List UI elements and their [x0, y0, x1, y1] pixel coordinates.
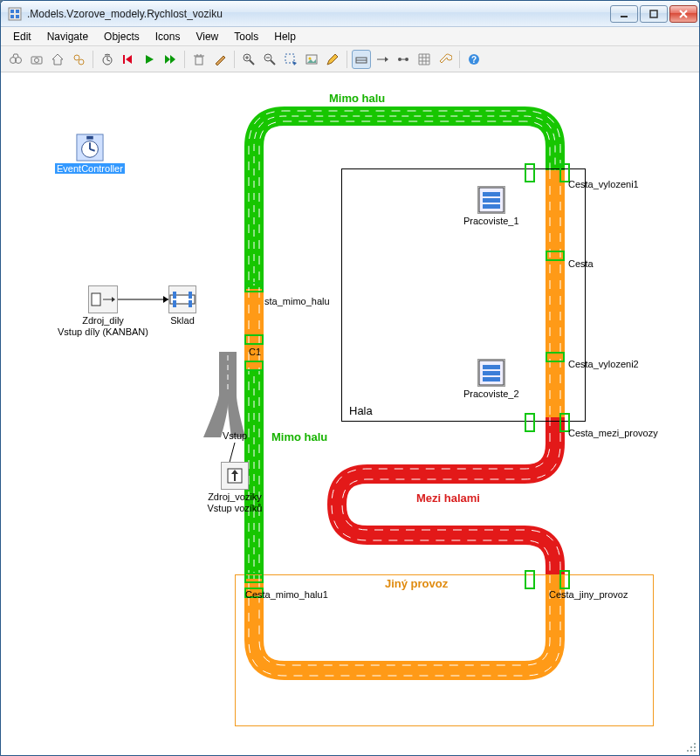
resize-grip-icon[interactable] [685, 741, 697, 753]
annot-mimo-halu-mid: Mimo halu [271, 430, 327, 443]
svg-rect-72 [189, 300, 192, 307]
svg-rect-84 [694, 743, 696, 745]
event-controller-object[interactable]: EventController [55, 134, 125, 175]
connector[interactable] [244, 573, 264, 583]
sklad-object[interactable]: Sklad [168, 285, 196, 326]
connector[interactable] [546, 251, 565, 261]
tool-node-icon[interactable] [394, 50, 413, 69]
menu-tools[interactable]: Tools [227, 29, 265, 45]
zdroj-voziky-object[interactable]: Zdroj_voziky Vstup vozíků [200, 462, 270, 513]
svg-rect-82 [483, 371, 500, 375]
connector[interactable] [525, 163, 535, 182]
tool-fastforward-icon[interactable] [161, 50, 180, 69]
connector[interactable] [546, 352, 565, 362]
zdroj-dily-label: Zdroj_dily Vstup díly (KANBAN) [55, 315, 151, 337]
pracoviste-2-object[interactable]: Pracoviste_2 [463, 359, 519, 400]
app-window: .Models.Vzorove_modely.Rychlost_voziku E… [0, 0, 700, 756]
svg-rect-4 [16, 15, 19, 18]
svg-rect-86 [694, 746, 696, 748]
svg-rect-2 [16, 10, 19, 13]
svg-point-13 [74, 55, 79, 60]
station-icon [477, 359, 505, 387]
tool-zoom-in-icon[interactable] [239, 50, 258, 69]
tool-help-icon[interactable]: ? [464, 50, 484, 69]
tool-image-icon[interactable] [302, 50, 321, 69]
svg-marker-19 [126, 55, 132, 64]
tool-trash-icon[interactable] [189, 50, 209, 69]
connector[interactable] [559, 570, 570, 589]
tool-zoom-out-icon[interactable] [260, 50, 279, 69]
svg-marker-22 [170, 55, 175, 64]
menu-navigate[interactable]: Navigate [40, 29, 95, 45]
toolbar-separator [459, 51, 460, 68]
svg-rect-85 [690, 746, 692, 748]
tool-gears-icon[interactable] [69, 50, 88, 69]
svg-rect-78 [483, 198, 500, 203]
zdroj-dily-object[interactable]: Zdroj_dily Vstup díly (KANBAN) [55, 285, 151, 337]
connector[interactable] [525, 570, 535, 589]
svg-rect-23 [196, 57, 202, 65]
label-cesta-jiny-provoz: Cesta_jiny_provoz [549, 589, 628, 600]
app-icon [8, 7, 22, 21]
pracoviste-1-object[interactable]: Pracoviste_1 [463, 186, 519, 227]
label-c1: C1 [249, 347, 261, 357]
svg-rect-65 [92, 293, 100, 306]
svg-point-12 [35, 58, 39, 62]
label-sta-mimo-halu: sta_mimo_halu [264, 296, 330, 306]
svg-rect-64 [86, 136, 93, 140]
station-icon [477, 186, 505, 214]
connector[interactable] [525, 413, 535, 432]
annot-mezi-halami: Mezi halami [416, 491, 480, 505]
svg-rect-1 [10, 10, 14, 13]
annot-jiny-provoz: Jiný provoz [385, 577, 448, 590]
svg-point-14 [79, 59, 84, 65]
menu-help[interactable]: Help [267, 29, 303, 45]
tool-pencil-icon[interactable] [323, 50, 342, 69]
toolbar-separator [347, 51, 347, 68]
tool-select-rect-icon[interactable] [281, 50, 300, 69]
svg-text:?: ? [471, 55, 477, 65]
sklad-label: Sklad [168, 315, 196, 326]
zdroj-voziky-label: Zdroj_voziky Vstup vozíků [200, 491, 270, 513]
svg-marker-20 [146, 55, 154, 64]
tool-home-icon[interactable] [48, 50, 67, 69]
tool-brush-icon[interactable] [210, 50, 230, 69]
connector[interactable] [244, 334, 264, 345]
pracoviste-2-label: Pracoviste_2 [463, 388, 519, 400]
menu-view[interactable]: View [189, 29, 225, 45]
tool-grid-icon[interactable] [415, 50, 434, 69]
svg-rect-18 [123, 55, 125, 64]
svg-marker-21 [165, 55, 170, 64]
tool-rewind-icon[interactable] [119, 50, 138, 69]
menubar: Edit Navigate Objects Icons View Tools H… [1, 27, 699, 46]
connector[interactable] [244, 361, 264, 371]
source-up-icon [221, 462, 249, 490]
clock-icon [76, 134, 104, 162]
minimize-button[interactable] [610, 5, 638, 23]
connector[interactable] [244, 282, 264, 292]
window-title: .Models.Vzorove_modely.Rychlost_voziku [27, 8, 610, 20]
close-button[interactable] [669, 5, 697, 23]
svg-line-28 [250, 60, 254, 65]
menu-icons[interactable]: Icons [148, 29, 188, 45]
tool-camera-icon[interactable] [27, 50, 46, 69]
tool-wrench-icon[interactable] [436, 50, 455, 69]
svg-rect-81 [483, 365, 500, 369]
svg-point-43 [405, 58, 408, 61]
tool-clock-icon[interactable] [98, 50, 117, 69]
svg-rect-87 [687, 750, 689, 752]
titlebar: .Models.Vzorove_modely.Rychlost_voziku [1, 1, 699, 27]
tool-tray-icon[interactable] [352, 50, 371, 69]
tool-play-icon[interactable] [140, 50, 159, 69]
maximize-button[interactable] [640, 5, 668, 23]
toolbar-separator [93, 51, 93, 68]
menu-edit[interactable]: Edit [6, 29, 38, 45]
svg-rect-71 [173, 300, 176, 307]
label-cesta: Cesta [568, 258, 594, 269]
model-canvas[interactable]: Hala EventController Zdroj_d [1, 72, 699, 755]
tool-binoculars-icon[interactable] [6, 50, 25, 69]
svg-marker-41 [385, 57, 388, 62]
tool-connector-icon[interactable] [373, 50, 392, 69]
svg-rect-79 [483, 204, 500, 209]
menu-objects[interactable]: Objects [97, 29, 147, 45]
